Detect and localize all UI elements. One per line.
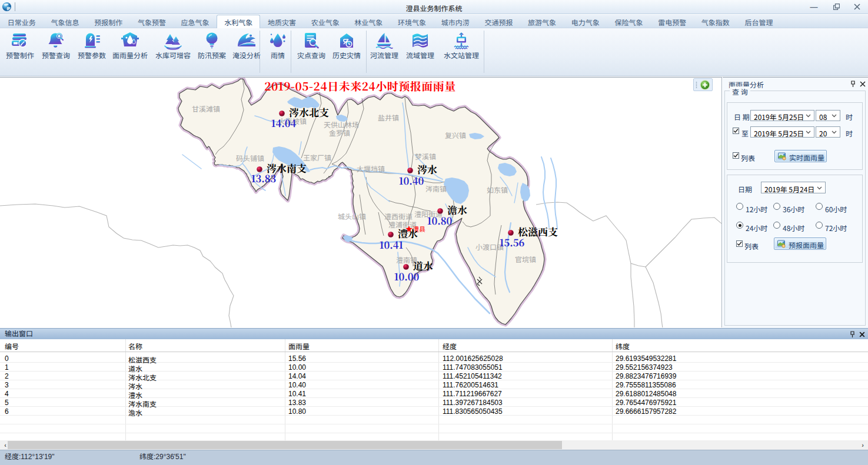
svg-text:10.41: 10.41 <box>380 237 404 252</box>
svg-text:13.83: 13.83 <box>251 171 277 185</box>
svg-text:复兴镇: 复兴镇 <box>445 130 466 140</box>
svg-text:10.00: 10.00 <box>394 269 420 283</box>
svg-text:15.56: 15.56 <box>500 235 525 249</box>
svg-text:王家厂镇: 王家厂镇 <box>303 152 331 162</box>
svg-text:梦溪镇: 梦溪镇 <box>415 151 436 161</box>
svg-text:2019-05-24日未来24小时预报面雨量: 2019-05-24日未来24小时预报面雨量 <box>264 78 455 93</box>
svg-text:涔南镇: 涔南镇 <box>425 183 447 193</box>
svg-text:10.40: 10.40 <box>399 173 424 188</box>
svg-text:大堰垱镇: 大堰垱镇 <box>357 163 385 173</box>
svg-text:14.04: 14.04 <box>271 116 297 130</box>
svg-text:官垸镇: 官垸镇 <box>515 254 536 264</box>
svg-text:如东镇: 如东镇 <box>487 185 508 195</box>
svg-text:甘溪滩镇: 甘溪滩镇 <box>192 103 220 113</box>
svg-text:金罗镇: 金罗镇 <box>329 128 350 138</box>
svg-text:10.80: 10.80 <box>427 213 453 228</box>
svg-text:码头铺镇: 码头铺镇 <box>236 153 264 163</box>
svg-text:城头山镇: 城头山镇 <box>338 211 366 221</box>
svg-text:盐井镇: 盐井镇 <box>378 112 399 122</box>
